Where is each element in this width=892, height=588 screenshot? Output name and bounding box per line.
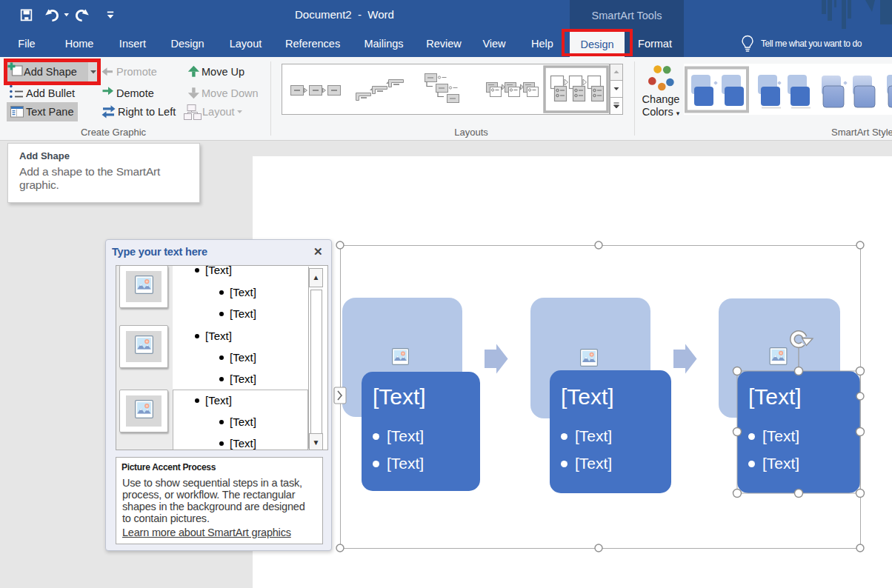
svg-text:[Text]: [Text] [561, 384, 614, 409]
svg-text:[Text]: [Text] [373, 384, 426, 409]
svg-text:[Text]: [Text] [762, 427, 799, 444]
svg-text:[Text]: [Text] [748, 384, 802, 409]
svg-text:[Text]: [Text] [575, 427, 612, 444]
svg-text:[Text]: [Text] [762, 455, 799, 472]
svg-text:[Text]: [Text] [387, 455, 424, 472]
svg-text:[Text]: [Text] [387, 427, 424, 444]
svg-text:[Text]: [Text] [575, 455, 612, 472]
